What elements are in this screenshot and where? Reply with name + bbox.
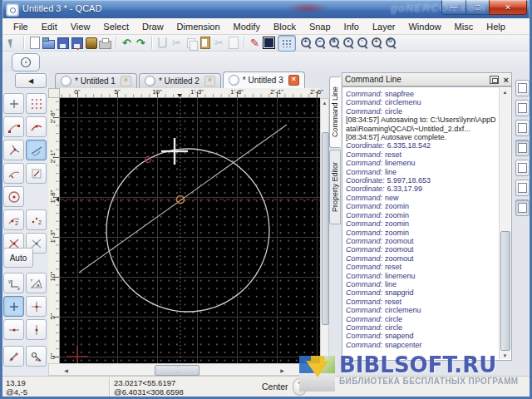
menu-item[interactable]: Dimension bbox=[170, 20, 227, 33]
snap-on-entity-button[interactable] bbox=[26, 116, 47, 137]
snap-grid-button[interactable] bbox=[26, 93, 47, 114]
save-icon[interactable] bbox=[56, 36, 70, 50]
menu-item[interactable]: File bbox=[7, 20, 35, 33]
menu-item[interactable]: Misc bbox=[448, 20, 480, 33]
snap-middle-button[interactable] bbox=[26, 163, 47, 184]
snap-reference-button[interactable] bbox=[3, 163, 24, 184]
close-panel-icon[interactable]: × bbox=[504, 76, 509, 84]
snap-free-button[interactable] bbox=[3, 93, 24, 114]
document-tab[interactable]: * Untitled 3 × bbox=[223, 71, 305, 88]
scroll-up-icon[interactable]: ▲ bbox=[501, 88, 509, 96]
attach-icon[interactable] bbox=[155, 36, 170, 50]
circle-tool-button[interactable] bbox=[12, 53, 40, 71]
tab-label: * Untitled 1 bbox=[75, 76, 116, 86]
snap-center-button[interactable] bbox=[3, 186, 24, 207]
scroll-right-icon[interactable]: ▶ bbox=[278, 367, 286, 374]
snap-settings-button[interactable] bbox=[3, 346, 24, 367]
menu-item[interactable]: Help bbox=[480, 20, 512, 33]
maximize-button[interactable]: □ bbox=[466, 0, 489, 15]
float-panel-icon[interactable] bbox=[490, 76, 499, 84]
dock-tab-command-line[interactable]: Command Line bbox=[329, 76, 341, 148]
horizontal-scrollbar[interactable]: ◀ ▶ bbox=[48, 363, 320, 376]
menu-item[interactable]: Draw bbox=[135, 20, 170, 33]
dock-toggle-button[interactable] bbox=[515, 100, 530, 116]
coordinate-polar-button[interactable]: ra bbox=[26, 273, 47, 293]
dock-tab-property-editor[interactable]: Property Editor bbox=[329, 150, 341, 224]
select-arrow-icon[interactable] bbox=[6, 36, 20, 50]
tab-close-icon[interactable]: × bbox=[121, 76, 131, 86]
empty-page-icon[interactable] bbox=[226, 36, 240, 50]
zoom-auto-icon[interactable] bbox=[326, 36, 340, 50]
menu-item[interactable]: Layer bbox=[366, 20, 402, 33]
dock-toggle-button[interactable] bbox=[515, 200, 530, 216]
dock-toggle-button[interactable] bbox=[515, 140, 530, 156]
dock-toggle-button[interactable] bbox=[515, 120, 530, 136]
snap-distance-manual-button[interactable]: 2 bbox=[26, 209, 47, 230]
undo-icon[interactable]: ↶ bbox=[120, 36, 134, 50]
grid-toggle-button[interactable] bbox=[278, 35, 296, 52]
menu-item[interactable]: Info bbox=[337, 20, 366, 33]
open-folder-icon[interactable] bbox=[42, 36, 56, 50]
property-pen-icon[interactable]: ✎ bbox=[248, 36, 262, 50]
restrict-orthogonal-button[interactable] bbox=[26, 296, 47, 317]
menu-item[interactable]: Edit bbox=[35, 20, 64, 33]
export-icon[interactable] bbox=[84, 36, 98, 50]
coordinate-cartesian-button[interactable]: yx bbox=[3, 273, 24, 293]
vertical-scrollbar[interactable]: ▲ ▼ bbox=[320, 98, 329, 363]
zoom-window-icon[interactable] bbox=[354, 36, 368, 50]
restrict-horizontal-button[interactable] bbox=[3, 319, 24, 340]
redo-icon[interactable]: ↷ bbox=[134, 36, 148, 50]
zoom-out-icon[interactable] bbox=[312, 36, 326, 50]
snap-distance-button[interactable]: 2 bbox=[3, 209, 24, 230]
zoom-in-icon[interactable] bbox=[298, 36, 312, 50]
zoom-pan-icon[interactable] bbox=[368, 36, 382, 50]
new-file-icon[interactable] bbox=[27, 36, 42, 50]
snap-endpoints-button[interactable] bbox=[3, 116, 24, 137]
menu-item[interactable]: Select bbox=[96, 20, 135, 33]
scroll-left-icon[interactable]: ◀ bbox=[62, 367, 70, 374]
scroll-up-icon[interactable]: ▲ bbox=[321, 99, 328, 106]
copy-icon[interactable] bbox=[184, 36, 198, 50]
dock-toggle-button[interactable] bbox=[515, 160, 530, 176]
menu-item[interactable]: Modify bbox=[227, 20, 267, 33]
document-tab[interactable]: * Untitled 2 × bbox=[139, 73, 221, 88]
minimize-button[interactable]: — bbox=[441, 0, 466, 15]
restrict-nothing-button[interactable] bbox=[3, 296, 24, 317]
command-line-history[interactable]: Command:snapfree Command:circlemenu Comm… bbox=[342, 86, 512, 361]
crosshair-cursor bbox=[161, 138, 188, 165]
restrict-vertical-button[interactable] bbox=[26, 319, 47, 340]
print-icon[interactable] bbox=[98, 36, 112, 50]
dock-toggle-button[interactable] bbox=[515, 180, 530, 196]
drawing-color-swatch[interactable] bbox=[262, 36, 276, 50]
titlebar[interactable]: Untitled 3 * - QCAD goNERCON.com — □ ✕ bbox=[0, 0, 532, 19]
menu-item[interactable]: Snap bbox=[303, 20, 337, 33]
dock-toggle-button[interactable] bbox=[515, 80, 530, 96]
paste-icon[interactable] bbox=[198, 36, 212, 50]
snap-auto-button[interactable]: Auto bbox=[3, 248, 33, 268]
circle-entity[interactable] bbox=[106, 149, 269, 312]
menu-item[interactable]: Window bbox=[401, 20, 447, 33]
menu-item[interactable]: View bbox=[64, 20, 97, 33]
snap-tangent-button[interactable] bbox=[26, 140, 47, 160]
panel-scroll-thumb[interactable] bbox=[500, 231, 510, 351]
command-line-panel-titlebar[interactable]: Command Line × bbox=[342, 72, 512, 86]
cut-alt-icon[interactable]: ✂ bbox=[212, 36, 226, 50]
tab-scroll-back-button[interactable]: ◀ bbox=[15, 73, 47, 88]
vertical-scroll-thumb[interactable] bbox=[322, 132, 329, 325]
horizontal-scroll-thumb[interactable] bbox=[155, 365, 200, 376]
close-button[interactable]: ✕ bbox=[489, 0, 527, 15]
zoom-refresh-icon[interactable] bbox=[382, 36, 397, 50]
zoom-previous-icon[interactable] bbox=[340, 36, 354, 50]
panel-scrollbar[interactable]: ▲ ▼ bbox=[499, 88, 510, 359]
drawing-canvas[interactable] bbox=[60, 98, 320, 363]
snap-perpendicular-button[interactable] bbox=[3, 140, 24, 160]
cut-icon[interactable]: ✂ bbox=[170, 36, 184, 50]
tab-label: * Untitled 2 bbox=[159, 76, 200, 86]
tab-close-icon[interactable]: × bbox=[204, 76, 215, 86]
line-entity[interactable] bbox=[79, 125, 287, 273]
document-tab[interactable]: * Untitled 1 × bbox=[55, 73, 137, 88]
save-as-icon[interactable] bbox=[70, 36, 84, 50]
tab-close-icon[interactable]: × bbox=[288, 75, 299, 86]
relative-zero-lock-button[interactable] bbox=[26, 346, 47, 367]
menu-item[interactable]: Block bbox=[267, 20, 303, 33]
